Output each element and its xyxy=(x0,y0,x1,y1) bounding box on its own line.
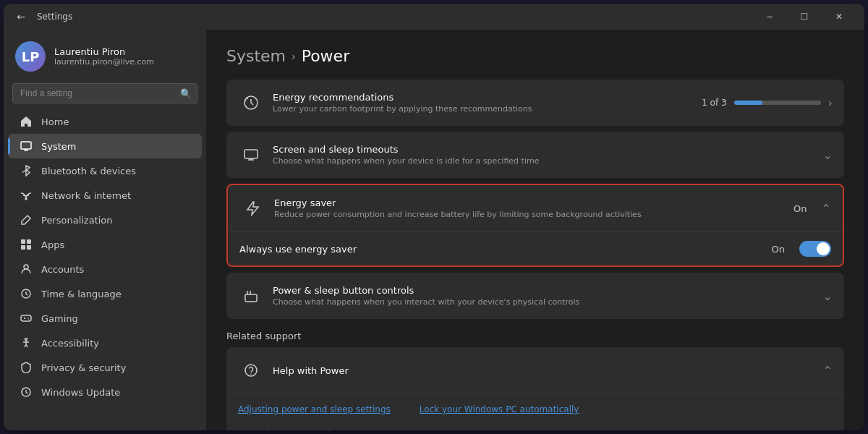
energy-rec-text: Energy recommendations Lower your carbon… xyxy=(273,92,702,114)
user-info: Laurentiu Piron laurentiu.piron@live.com xyxy=(54,46,154,67)
sidebar-item-accessibility[interactable]: Accessibility xyxy=(8,331,202,355)
maximize-button[interactable]: ☐ xyxy=(788,4,821,30)
svg-point-8 xyxy=(24,265,28,269)
energy-rec-right: 1 of 3 › xyxy=(702,96,833,110)
help-right: ⌃ xyxy=(823,364,833,378)
energy-saver-desc: Reduce power consumption and increase ba… xyxy=(274,210,793,219)
energy-rec-badge: 1 of 3 xyxy=(702,98,726,108)
search-icon: 🔍 xyxy=(180,88,192,99)
close-button[interactable]: ✕ xyxy=(822,4,856,30)
apps-icon xyxy=(20,238,33,251)
window-controls: − ☐ ✕ xyxy=(753,4,856,30)
power-sleep-row[interactable]: Power & sleep button controls Choose wha… xyxy=(226,273,844,319)
sidebar-label-privacy: Privacy & security xyxy=(41,362,126,373)
sidebar-item-system[interactable]: System xyxy=(8,134,202,158)
brush-icon xyxy=(20,213,33,226)
energy-saver-chevron: ⌃ xyxy=(822,202,831,216)
sidebar-item-time[interactable]: Time & language xyxy=(8,281,202,306)
sidebar-item-personalization[interactable]: Personalization xyxy=(8,208,202,232)
search-input[interactable] xyxy=(12,83,197,103)
user-name: Laurentiu Piron xyxy=(54,46,154,57)
sidebar-item-privacy[interactable]: Privacy & security xyxy=(8,355,202,380)
screen-sleep-card: Screen and sleep timeouts Choose what ha… xyxy=(226,132,844,178)
sidebar-label-apps: Apps xyxy=(41,239,64,250)
help-links: Adjusting power and sleep settings Lock … xyxy=(226,394,844,426)
page-header: System › Power xyxy=(226,47,844,65)
energy-saver-status: On xyxy=(793,203,807,214)
screen-sleep-title: Screen and sleep timeouts xyxy=(273,144,823,155)
energy-rec-icon xyxy=(238,90,264,116)
energy-saver-icon xyxy=(239,195,265,221)
user-profile[interactable]: LP Laurentiu Piron laurentiu.piron@live.… xyxy=(4,30,206,80)
always-energy-saver-text: Always use energy saver xyxy=(239,244,772,255)
sidebar-item-bluetooth[interactable]: Bluetooth & devices xyxy=(8,158,202,183)
sidebar-item-home[interactable]: Home xyxy=(8,109,202,134)
help-chevron: ⌃ xyxy=(823,364,833,378)
sidebar-label-bluetooth: Bluetooth & devices xyxy=(41,166,136,176)
power-sleep-title: Power & sleep button controls xyxy=(273,285,823,296)
home-icon xyxy=(20,115,33,128)
gaming-icon xyxy=(20,312,33,325)
energy-rec-desc: Lower your carbon footprint by applying … xyxy=(273,104,702,114)
avatar: LP xyxy=(15,41,46,72)
screen-sleep-chevron: ⌄ xyxy=(823,148,833,162)
energy-rec-title: Energy recommendations xyxy=(273,92,702,103)
sidebar-item-apps[interactable]: Apps xyxy=(8,232,202,257)
sidebar-label-home: Home xyxy=(41,116,69,127)
always-energy-saver-label: Always use energy saver xyxy=(239,244,772,255)
page-title: Power xyxy=(302,47,350,65)
energy-rec-chevron: › xyxy=(828,96,833,110)
sidebar-item-update[interactable]: Windows Update xyxy=(8,380,202,404)
power-sleep-right: ⌄ xyxy=(823,289,833,303)
svg-rect-7 xyxy=(27,245,31,250)
minimize-button[interactable]: − xyxy=(753,4,786,30)
sidebar-label-accounts: Accounts xyxy=(41,264,84,275)
power-sleep-text: Power & sleep button controls Choose wha… xyxy=(273,285,823,307)
screen-sleep-row[interactable]: Screen and sleep timeouts Choose what ha… xyxy=(226,132,844,178)
svg-rect-5 xyxy=(27,239,31,244)
help-link-0[interactable]: Adjusting power and sleep settings xyxy=(238,404,391,414)
bluetooth-icon xyxy=(20,164,33,177)
titlebar: ← Settings − ☐ ✕ xyxy=(4,4,864,30)
screen-sleep-right: ⌄ xyxy=(823,148,833,162)
sidebar-item-accounts[interactable]: Accounts xyxy=(8,257,202,281)
svg-rect-6 xyxy=(21,245,25,250)
help-icon xyxy=(238,357,264,383)
main-content: System › Power Energy recommendations Lo… xyxy=(206,30,864,430)
help-header[interactable]: Help with Power ⌃ xyxy=(226,347,844,394)
search-box: 🔍 xyxy=(12,83,197,103)
settings-window: ← Settings − ☐ ✕ LP Laurentiu Piron laur… xyxy=(4,4,864,430)
svg-rect-22 xyxy=(244,150,258,158)
sidebar-label-personalization: Personalization xyxy=(41,215,113,226)
screen-sleep-desc: Choose what happens when your device is … xyxy=(273,156,823,166)
screen-sleep-text: Screen and sleep timeouts Choose what ha… xyxy=(273,144,823,166)
energy-recommendations-row[interactable]: Energy recommendations Lower your carbon… xyxy=(226,80,844,126)
system-icon xyxy=(20,140,33,153)
sidebar-label-update: Windows Update xyxy=(41,387,120,398)
svg-point-3 xyxy=(25,198,27,200)
energy-saver-toggle[interactable] xyxy=(799,241,831,257)
energy-saver-right: On ⌃ xyxy=(793,202,831,216)
user-email: laurentiu.piron@live.com xyxy=(54,57,154,67)
help-link-2[interactable]: Changing power mode xyxy=(238,429,336,430)
always-energy-saver-status: On xyxy=(772,244,785,255)
update-icon xyxy=(20,386,33,399)
related-support-section: Related support Help with Power ⌃ xyxy=(226,331,844,430)
energy-saver-text: Energy saver Reduce power consumption an… xyxy=(274,197,793,219)
clock-icon xyxy=(20,287,33,300)
svg-rect-4 xyxy=(21,239,25,244)
sidebar-item-gaming[interactable]: Gaming xyxy=(8,306,202,331)
help-link-1[interactable]: Lock your Windows PC automatically xyxy=(420,404,579,414)
energy-saver-header[interactable]: Energy saver Reduce power consumption an… xyxy=(228,185,843,232)
help-title: Help with Power xyxy=(273,365,823,376)
accounts-icon xyxy=(20,263,33,276)
energy-saver-title: Energy saver xyxy=(274,197,793,208)
sidebar-item-network[interactable]: Network & internet xyxy=(8,183,202,208)
energy-saver-card: Energy saver Reduce power consumption an… xyxy=(226,184,844,267)
svg-rect-10 xyxy=(21,315,31,321)
network-icon xyxy=(20,189,33,202)
always-energy-saver-row: Always use energy saver On xyxy=(228,232,843,265)
energy-recommendations-card: Energy recommendations Lower your carbon… xyxy=(226,80,844,126)
breadcrumb-parent[interactable]: System xyxy=(226,47,286,65)
back-button[interactable]: ← xyxy=(12,8,30,25)
